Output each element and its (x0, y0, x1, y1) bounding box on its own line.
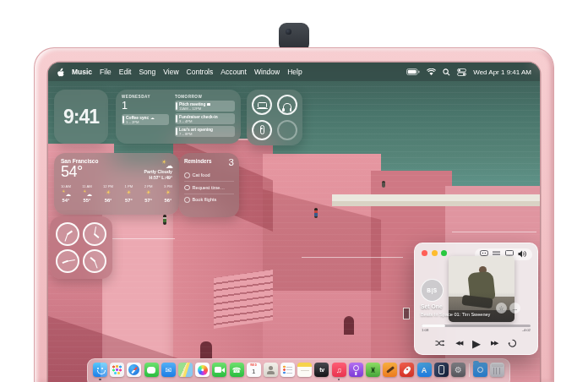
wallpaper-person (163, 215, 166, 225)
hour-label: 3 PM (164, 184, 172, 188)
menu-item[interactable]: Edit (119, 68, 132, 76)
app-icon (434, 363, 449, 377)
favorite-button[interactable]: ☆ (496, 303, 507, 314)
menu-item[interactable]: Music (72, 68, 92, 76)
calendar-widget[interactable]: WEDNESDAY 1 Coffee sync 1 – 2PM TOMORROW (116, 90, 241, 144)
dock-app[interactable] (93, 363, 107, 380)
weather-widget[interactable]: San Francisco 54° Partly Cloudy H:57° L:… (54, 153, 179, 215)
menu-item[interactable]: Account (220, 68, 247, 76)
calendar-event[interactable]: Pitch meeting 11AM – 12PM (175, 101, 235, 112)
app-icon (264, 363, 278, 377)
reminder-item[interactable]: Cat food (184, 170, 234, 182)
reminder-item[interactable]: Request time… (184, 181, 234, 194)
battery-icon[interactable] (406, 68, 420, 75)
menu-item[interactable]: Controls (187, 68, 214, 76)
control-button[interactable] (277, 120, 297, 140)
playlist-title: Set One (421, 303, 443, 309)
wallpaper-stairs (214, 270, 273, 329)
calendar-today-events: Coffee sync 1 – 2PM (122, 114, 169, 125)
dock-app[interactable] (161, 363, 176, 380)
album-logo: B|S (421, 279, 444, 302)
app-icon (247, 363, 261, 377)
close-button[interactable] (422, 250, 427, 256)
search-icon[interactable] (443, 68, 450, 76)
dock-app[interactable] (178, 363, 193, 380)
repeat-button[interactable] (508, 339, 517, 347)
next-button[interactable]: ▶▶ (491, 340, 498, 347)
dock-app[interactable] (434, 363, 449, 380)
reminder-checkbox[interactable] (184, 185, 190, 191)
dock-app[interactable] (280, 363, 295, 380)
calendar-event[interactable]: Coffee sync 1 – 2PM (122, 114, 169, 125)
minimize-button[interactable] (432, 250, 438, 256)
world-clock-widget[interactable] (50, 216, 112, 279)
reminders-title: Reminders (184, 158, 212, 164)
dock-app[interactable] (400, 363, 414, 380)
control-button[interactable] (277, 95, 297, 115)
more-button[interactable]: … (509, 303, 520, 314)
reminder-item[interactable]: Book flights (184, 194, 234, 206)
dock-app[interactable] (144, 363, 159, 380)
calendar-event[interactable]: Lou's art opening 7 – 8PM (175, 126, 235, 137)
dock-app[interactable] (110, 363, 124, 380)
menu-item[interactable]: Window (254, 68, 280, 76)
dock-app[interactable] (332, 363, 346, 380)
dock-divider (469, 363, 470, 377)
volume-icon[interactable] (518, 250, 527, 258)
reminder-checkbox[interactable] (184, 197, 190, 203)
menu-item[interactable]: View (163, 68, 178, 76)
control-center-icon[interactable] (457, 68, 466, 76)
previous-button[interactable]: ◀◀ (455, 340, 462, 347)
shuffle-button[interactable] (435, 339, 445, 347)
play-button[interactable]: ▶ (472, 337, 481, 350)
dock-app[interactable] (417, 363, 432, 380)
dock-app[interactable] (451, 363, 466, 380)
dock-apps (93, 363, 466, 380)
weather-hour: 1 PM 57° (124, 184, 133, 203)
dock-app[interactable] (127, 363, 141, 380)
hour-icon (62, 189, 70, 196)
dock-app[interactable] (366, 363, 380, 380)
menu-item[interactable]: Help (287, 68, 302, 76)
dock-app[interactable] (349, 363, 363, 380)
dock-shortcut[interactable] (473, 363, 487, 380)
analog-clock (56, 222, 79, 246)
control-icon (260, 125, 265, 134)
track-title: Beats In Space 01: Tim Sweeney (421, 312, 498, 317)
dock-app[interactable] (230, 363, 244, 380)
reminder-checkbox[interactable] (184, 172, 190, 178)
analog-clock (56, 249, 79, 273)
menu-item[interactable]: Song (139, 68, 155, 76)
menu-item[interactable]: File (100, 68, 112, 76)
dock-app[interactable] (264, 363, 278, 380)
control-button[interactable] (252, 120, 272, 140)
menubar-clock[interactable]: Wed Apr 1 9:41 AM (473, 68, 531, 76)
dock-shortcut[interactable] (490, 363, 504, 380)
progress-bar[interactable] (422, 325, 531, 327)
dock-app[interactable] (212, 363, 226, 380)
dock-app[interactable] (314, 363, 329, 380)
app-icon (127, 363, 141, 377)
clock-widget[interactable]: 9:41 (54, 90, 108, 144)
app-icon (349, 363, 363, 377)
dock-app[interactable] (383, 363, 397, 380)
dock-app[interactable] (247, 363, 261, 380)
event-time: 7 – 8PM (179, 132, 232, 136)
clock-time: 9:41 (63, 106, 99, 128)
hour-temp: 55° (84, 198, 91, 203)
weather-hour: 12 PM 56° (103, 184, 113, 203)
reminder-label: Book flights (193, 197, 217, 202)
zoom-button[interactable] (441, 250, 447, 256)
hour-temp: 57° (144, 198, 152, 203)
dock-app[interactable] (297, 363, 312, 380)
apple-menu-icon[interactable] (57, 68, 64, 77)
app-icon (178, 363, 193, 377)
dock-app[interactable] (195, 363, 210, 380)
calendar-event[interactable]: Fundraiser check-in 3 – 4PM (175, 113, 235, 124)
wifi-icon[interactable] (427, 68, 436, 76)
event-icon (150, 116, 155, 120)
reminders-widget[interactable]: Reminders 3 Cat food Request time… (179, 153, 239, 217)
window-controls (422, 250, 447, 256)
control-icon (283, 103, 291, 109)
control-button[interactable] (252, 95, 272, 115)
